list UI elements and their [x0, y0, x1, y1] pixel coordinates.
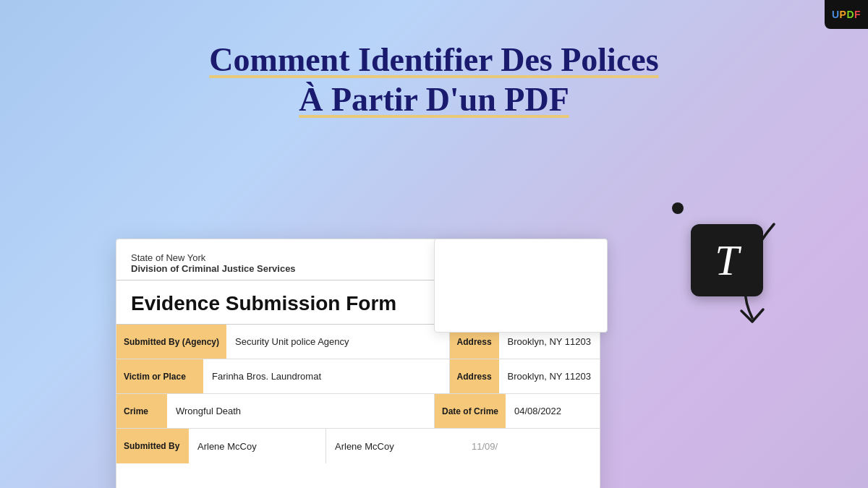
value-address2: Brooklyn, NY 11203	[499, 359, 600, 393]
arrow-decoration	[709, 217, 796, 333]
form-row-submitted-by: Submitted By Arlene McCoy Arlene McCoy 1…	[116, 429, 600, 463]
form-row-victim: Victim or Place Farinha Bros. Laundromat…	[116, 359, 600, 394]
label-crime: Crime	[116, 394, 167, 428]
logo-p: P	[840, 9, 847, 20]
document-white-overlay	[434, 239, 608, 333]
value-submitted-by2: Arlene McCoy	[326, 429, 463, 463]
decorative-dot	[672, 202, 684, 214]
value-crime: Wrongful Death	[167, 394, 435, 428]
form-fields: Submitted By (Agency) Security Unit poli…	[116, 325, 600, 463]
value-date-partial: 11/09/	[463, 429, 600, 463]
page-title: Comment Identifier Des Polices À Partir …	[0, 40, 868, 119]
value-submitted-by: Arlene McCoy	[189, 429, 326, 463]
value-victim: Farinha Bros. Laundromat	[203, 359, 450, 393]
label-agency: Submitted By (Agency)	[116, 325, 226, 359]
value-date: 04/08/2022	[506, 394, 600, 428]
label-submitted-by: Submitted By	[116, 429, 189, 463]
value-agency: Security Unit police Agency	[226, 325, 450, 359]
form-row-crime: Crime Wrongful Death Date of Crime 04/08…	[116, 394, 600, 429]
label-address2: Address	[450, 359, 499, 393]
label-date: Date of Crime	[435, 394, 506, 428]
title-line2: À Partir D'un PDF	[0, 80, 868, 119]
label-victim: Victim or Place	[116, 359, 203, 393]
title-line1: Comment Identifier Des Polices	[0, 40, 868, 80]
updf-logo: UPDF	[825, 0, 868, 29]
logo-d: D	[846, 9, 854, 20]
logo-u: U	[832, 9, 840, 20]
logo-f: F	[854, 9, 861, 20]
